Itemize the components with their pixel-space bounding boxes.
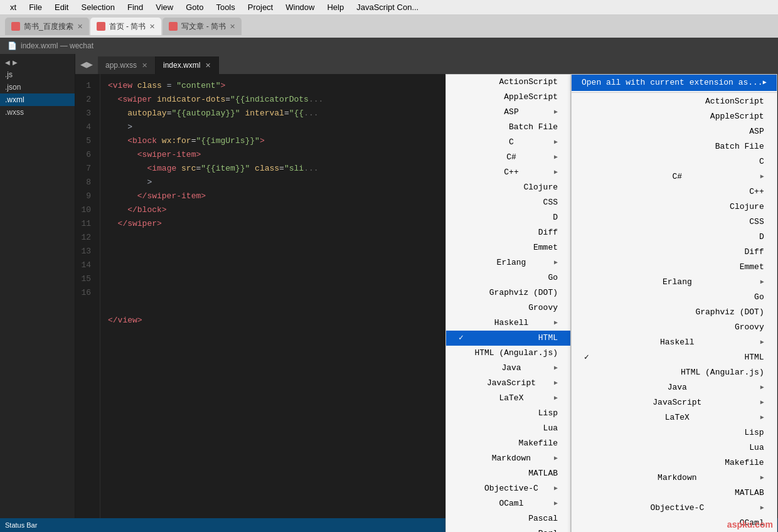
sidebar-item-wxss[interactable]: .wxss — [0, 106, 75, 119]
menu-project[interactable]: Project — [243, 1, 278, 13]
browser-tab-1[interactable]: 简书_百度搜索 ✕ — [5, 18, 89, 35]
line-num-9: 9 — [75, 189, 95, 203]
menu-item-markdown-r[interactable]: Markdown▶ — [572, 471, 777, 486]
menu-item-pascal-l[interactable]: Pascal — [446, 511, 570, 526]
menu-item-lisp-r[interactable]: Lisp — [572, 425, 777, 440]
menu-item-d-l[interactable]: D — [446, 210, 570, 225]
menu-item-lua-l[interactable]: Lua — [446, 421, 570, 436]
menu-item-emmet-l[interactable]: Emmet — [446, 240, 570, 255]
menu-item-emmet-r[interactable]: Emmet — [572, 260, 777, 275]
nav-arrows[interactable]: ◀▶ — [75, 60, 98, 69]
menu-item-html-r[interactable]: ✓HTML — [572, 350, 777, 365]
menu-item-asp-l[interactable]: ASP▶ — [446, 105, 570, 120]
sidebar-item-js[interactable]: .js — [0, 68, 75, 81]
label-makefile-r: Makefile — [725, 456, 764, 470]
menu-file[interactable]: File — [24, 1, 47, 13]
menu-edit[interactable]: Edit — [50, 1, 73, 13]
menu-item-erlang-l[interactable]: Erlang▶ — [446, 255, 570, 270]
editor-tab-indexwxml[interactable]: index.wxml ✕ — [156, 56, 219, 74]
menu-item-c-r[interactable]: C — [572, 154, 777, 169]
editor-tab-close-appwxss[interactable]: ✕ — [142, 61, 147, 70]
menu-selection[interactable]: Selection — [76, 1, 119, 13]
menu-item-latex-l[interactable]: LaTeX▶ — [446, 391, 570, 406]
menu-item-actionscript-r[interactable]: ActionScript — [572, 94, 777, 109]
menu-item-open-all[interactable]: Open all with current extension as... ▶ — [572, 75, 777, 91]
menu-item-csharp-r[interactable]: C#▶ — [572, 169, 777, 184]
menu-help[interactable]: Help — [322, 1, 349, 13]
menu-item-objc-r[interactable]: Objective-C▶ — [572, 501, 777, 516]
menu-item-d-r[interactable]: D — [572, 230, 777, 245]
menu-item-groovy-l[interactable]: Groovy — [446, 301, 570, 316]
menu-item-htmlangular-r[interactable]: HTML (Angular.js) — [572, 365, 777, 380]
editor-tab-appwxss[interactable]: app.wxss ✕ — [98, 56, 156, 74]
menu-item-markdown-l[interactable]: Markdown▶ — [446, 451, 570, 466]
sidebar-item-json[interactable]: .json — [0, 81, 75, 93]
tab-close-3[interactable]: ✕ — [230, 23, 235, 31]
menu-goto[interactable]: Goto — [181, 1, 208, 13]
browser-tab-3[interactable]: 写文章 - 简书 ✕ — [163, 18, 242, 35]
menu-item-matlab-l[interactable]: MATLAB — [446, 466, 570, 481]
file-icon: 📄 — [8, 41, 17, 50]
menu-item-matlab-r[interactable]: MATLAB — [572, 486, 777, 501]
menu-item-batchfile-l[interactable]: Batch File — [446, 120, 570, 135]
menu-item-applescript-l[interactable]: AppleScript — [446, 90, 570, 105]
menu-item-clojure-r[interactable]: Clojure — [572, 200, 777, 215]
menu-item-graphviz-r[interactable]: Graphviz (DOT) — [572, 305, 777, 320]
menu-item-css-r[interactable]: CSS — [572, 215, 777, 230]
arrow-java-l: ▶ — [554, 361, 558, 375]
label-graphviz-r: Graphviz (DOT) — [695, 306, 764, 319]
menu-item-makefile-l[interactable]: Makefile — [446, 436, 570, 451]
tab-close-1[interactable]: ✕ — [77, 23, 83, 31]
menu-item-htmlangular-l[interactable]: HTML (Angular.js) — [446, 346, 570, 361]
sidebar-nav-right[interactable]: ▶ — [13, 59, 18, 66]
menu-item-actionscript-l[interactable]: ActionScript — [446, 75, 570, 90]
menu-item-html-l[interactable]: ✓HTML — [446, 331, 570, 346]
sidebar-nav-left[interactable]: ◀ — [5, 59, 10, 66]
menu-item-groovy-r[interactable]: Groovy — [572, 320, 777, 335]
browser-tab-2[interactable]: 首页 - 简书 ✕ — [90, 18, 162, 35]
menu-item-latex-r[interactable]: LaTeX▶ — [572, 410, 777, 425]
main-area: ◀ ▶ .js .json .wxml .wxss ◀▶ app.wxss — [0, 54, 778, 532]
tab-close-2[interactable]: ✕ — [149, 23, 155, 31]
code-editor[interactable]: 1 2 3 4 5 6 7 8 9 10 11 12 13 14 — [75, 74, 778, 532]
menu-item-haskell-r[interactable]: Haskell▶ — [572, 335, 777, 350]
menu-item-go-l[interactable]: Go — [446, 270, 570, 285]
menu-item-java-l[interactable]: Java▶ — [446, 361, 570, 376]
menu-item-ocaml-l[interactable]: OCaml▶ — [446, 496, 570, 511]
line-num-2: 2 — [75, 93, 95, 107]
menu-view[interactable]: View — [151, 1, 178, 13]
menu-find[interactable]: Find — [122, 1, 148, 13]
menu-item-java-r[interactable]: Java▶ — [572, 380, 777, 395]
menu-window[interactable]: Window — [280, 1, 319, 13]
menu-item-applescript-r[interactable]: AppleScript — [572, 109, 777, 124]
menu-item-clojure-l[interactable]: Clojure — [446, 180, 570, 195]
editor-tab-close-indexwxml[interactable]: ✕ — [205, 61, 211, 70]
menu-xt[interactable]: xt — [5, 1, 21, 13]
menu-tools[interactable]: Tools — [211, 1, 240, 13]
menu-item-css-l[interactable]: CSS — [446, 195, 570, 210]
menu-item-objc-l[interactable]: Objective-C▶ — [446, 481, 570, 496]
menu-item-lisp-l[interactable]: Lisp — [446, 406, 570, 421]
menu-item-diff-l[interactable]: Diff — [446, 225, 570, 240]
tab-label-3: 写文章 - 简书 — [181, 21, 226, 32]
menu-item-diff-r[interactable]: Diff — [572, 245, 777, 260]
menu-item-erlang-r[interactable]: Erlang▶ — [572, 275, 777, 290]
menu-javascript[interactable]: JavaScript Con... — [351, 1, 424, 13]
arrow-latex-l: ▶ — [554, 391, 558, 405]
menu-item-c-l[interactable]: C▶ — [446, 135, 570, 150]
menu-item-cpp-l[interactable]: C++▶ — [446, 165, 570, 180]
menu-item-lua-r[interactable]: Lua — [572, 440, 777, 455]
sidebar-item-wxml[interactable]: .wxml — [0, 93, 75, 106]
menu-item-makefile-r[interactable]: Makefile — [572, 455, 777, 471]
menu-item-graphviz-l[interactable]: Graphviz (DOT) — [446, 285, 570, 301]
menu-item-haskell-l[interactable]: Haskell▶ — [446, 316, 570, 331]
menu-item-go-r[interactable]: Go — [572, 290, 777, 305]
menu-item-javascript-l[interactable]: JavaScript▶ — [446, 376, 570, 391]
menu-item-cpp-r[interactable]: C++ — [572, 184, 777, 200]
label-asp-r: ASP — [749, 125, 764, 139]
menu-item-javascript-r[interactable]: JavaScript▶ — [572, 395, 777, 410]
menu-item-csharp-l[interactable]: C#▶ — [446, 150, 570, 165]
menu-item-batchfile-r[interactable]: Batch File — [572, 139, 777, 154]
menu-item-perl-l[interactable]: Perl — [446, 526, 570, 532]
menu-item-asp-r[interactable]: ASP — [572, 124, 777, 139]
